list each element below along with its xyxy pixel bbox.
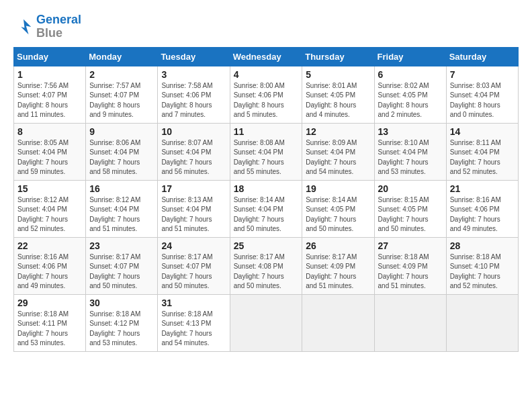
- day-number: 27: [378, 240, 443, 251]
- day-number: 11: [234, 126, 299, 137]
- calendar-week-3: 15Sunrise: 8:12 AMSunset: 4:04 PMDayligh…: [14, 180, 519, 237]
- day-cell-29: 29Sunrise: 8:18 AMSunset: 4:11 PMDayligh…: [14, 294, 86, 351]
- day-info: Sunrise: 7:56 AMSunset: 4:07 PMDaylight:…: [17, 81, 82, 120]
- day-info: Sunrise: 8:07 AMSunset: 4:04 PMDaylight:…: [161, 138, 226, 177]
- day-info: Sunrise: 8:14 AMSunset: 4:05 PMDaylight:…: [306, 195, 370, 234]
- day-info: Sunrise: 8:18 AMSunset: 4:09 PMDaylight:…: [378, 253, 443, 291]
- day-info: Sunrise: 8:16 AMSunset: 4:06 PMDaylight:…: [450, 195, 515, 234]
- day-number: 25: [234, 240, 299, 251]
- day-number: 28: [450, 240, 515, 251]
- day-number: 20: [378, 183, 443, 194]
- day-number: 13: [378, 126, 443, 137]
- day-info: Sunrise: 8:18 AMSunset: 4:13 PMDaylight:…: [161, 310, 226, 349]
- empty-cell: [230, 294, 302, 351]
- day-cell-2: 2Sunrise: 7:57 AMSunset: 4:07 PMDaylight…: [86, 66, 158, 123]
- day-number: 23: [89, 240, 154, 251]
- day-number: 10: [161, 126, 226, 137]
- day-info: Sunrise: 8:06 AMSunset: 4:04 PMDaylight:…: [89, 138, 154, 177]
- day-info: Sunrise: 8:18 AMSunset: 4:10 PMDaylight:…: [450, 253, 515, 291]
- day-info: Sunrise: 8:01 AMSunset: 4:05 PMDaylight:…: [306, 81, 370, 120]
- day-info: Sunrise: 8:15 AMSunset: 4:05 PMDaylight:…: [378, 195, 443, 234]
- day-info: Sunrise: 8:12 AMSunset: 4:04 PMDaylight:…: [17, 195, 82, 234]
- header-sunday: Sunday: [14, 47, 86, 66]
- empty-cell: [302, 294, 374, 351]
- day-cell-28: 28Sunrise: 8:18 AMSunset: 4:10 PMDayligh…: [446, 237, 518, 294]
- day-cell-30: 30Sunrise: 8:18 AMSunset: 4:12 PMDayligh…: [86, 294, 158, 351]
- calendar-week-1: 1Sunrise: 7:56 AMSunset: 4:07 PMDaylight…: [14, 66, 519, 123]
- calendar-table: SundayMondayTuesdayWednesdayThursdayFrid…: [13, 47, 519, 352]
- logo-text: GeneralBlue: [36, 13, 81, 40]
- day-info: Sunrise: 8:10 AMSunset: 4:04 PMDaylight:…: [378, 138, 443, 177]
- day-number: 30: [89, 298, 154, 308]
- day-number: 16: [89, 183, 154, 194]
- day-cell-8: 8Sunrise: 8:05 AMSunset: 4:04 PMDaylight…: [14, 123, 86, 180]
- day-number: 22: [17, 240, 82, 251]
- day-cell-9: 9Sunrise: 8:06 AMSunset: 4:04 PMDaylight…: [86, 123, 158, 180]
- svg-marker-0: [21, 19, 31, 35]
- page-header: GeneralBlue: [13, 13, 519, 40]
- empty-cell: [446, 294, 518, 351]
- calendar-week-2: 8Sunrise: 8:05 AMSunset: 4:04 PMDaylight…: [14, 123, 519, 180]
- day-cell-19: 19Sunrise: 8:14 AMSunset: 4:05 PMDayligh…: [302, 180, 374, 237]
- day-number: 17: [161, 183, 226, 194]
- day-cell-25: 25Sunrise: 8:17 AMSunset: 4:08 PMDayligh…: [230, 237, 302, 294]
- day-info: Sunrise: 8:05 AMSunset: 4:04 PMDaylight:…: [17, 138, 82, 177]
- day-number: 26: [306, 240, 370, 251]
- day-info: Sunrise: 8:00 AMSunset: 4:06 PMDaylight:…: [234, 81, 299, 120]
- day-number: 29: [17, 298, 82, 308]
- logo: GeneralBlue: [13, 13, 81, 40]
- day-cell-10: 10Sunrise: 8:07 AMSunset: 4:04 PMDayligh…: [158, 123, 230, 180]
- day-info: Sunrise: 8:18 AMSunset: 4:11 PMDaylight:…: [17, 310, 82, 349]
- day-cell-31: 31Sunrise: 8:18 AMSunset: 4:13 PMDayligh…: [158, 294, 230, 351]
- day-cell-24: 24Sunrise: 8:17 AMSunset: 4:07 PMDayligh…: [158, 237, 230, 294]
- day-number: 7: [450, 69, 515, 80]
- day-info: Sunrise: 7:57 AMSunset: 4:07 PMDaylight:…: [89, 81, 154, 120]
- day-number: 21: [450, 183, 515, 194]
- day-info: Sunrise: 8:17 AMSunset: 4:09 PMDaylight:…: [306, 253, 370, 291]
- header-wednesday: Wednesday: [230, 47, 302, 66]
- day-number: 9: [89, 126, 154, 137]
- day-cell-7: 7Sunrise: 8:03 AMSunset: 4:04 PMDaylight…: [446, 66, 518, 123]
- day-info: Sunrise: 8:08 AMSunset: 4:04 PMDaylight:…: [234, 138, 299, 177]
- day-cell-20: 20Sunrise: 8:15 AMSunset: 4:05 PMDayligh…: [374, 180, 446, 237]
- day-cell-27: 27Sunrise: 8:18 AMSunset: 4:09 PMDayligh…: [374, 237, 446, 294]
- day-cell-5: 5Sunrise: 8:01 AMSunset: 4:05 PMDaylight…: [302, 66, 374, 123]
- day-cell-11: 11Sunrise: 8:08 AMSunset: 4:04 PMDayligh…: [230, 123, 302, 180]
- day-number: 4: [234, 69, 299, 80]
- header-saturday: Saturday: [446, 47, 518, 66]
- day-number: 6: [378, 69, 443, 80]
- day-info: Sunrise: 8:12 AMSunset: 4:04 PMDaylight:…: [89, 195, 154, 234]
- day-info: Sunrise: 8:17 AMSunset: 4:07 PMDaylight:…: [161, 253, 226, 291]
- day-number: 12: [306, 126, 370, 137]
- header-tuesday: Tuesday: [158, 47, 230, 66]
- day-info: Sunrise: 8:14 AMSunset: 4:04 PMDaylight:…: [234, 195, 299, 234]
- day-cell-12: 12Sunrise: 8:09 AMSunset: 4:04 PMDayligh…: [302, 123, 374, 180]
- day-info: Sunrise: 8:13 AMSunset: 4:04 PMDaylight:…: [161, 195, 226, 234]
- day-cell-26: 26Sunrise: 8:17 AMSunset: 4:09 PMDayligh…: [302, 237, 374, 294]
- day-cell-22: 22Sunrise: 8:16 AMSunset: 4:06 PMDayligh…: [14, 237, 86, 294]
- day-cell-16: 16Sunrise: 8:12 AMSunset: 4:04 PMDayligh…: [86, 180, 158, 237]
- day-info: Sunrise: 8:09 AMSunset: 4:04 PMDaylight:…: [306, 138, 370, 177]
- day-info: Sunrise: 8:18 AMSunset: 4:12 PMDaylight:…: [89, 310, 154, 349]
- day-number: 18: [234, 183, 299, 194]
- day-cell-13: 13Sunrise: 8:10 AMSunset: 4:04 PMDayligh…: [374, 123, 446, 180]
- day-info: Sunrise: 8:02 AMSunset: 4:05 PMDaylight:…: [378, 81, 443, 120]
- day-number: 2: [89, 69, 154, 80]
- day-info: Sunrise: 8:17 AMSunset: 4:08 PMDaylight:…: [234, 253, 299, 291]
- logo-icon: [13, 17, 34, 37]
- day-number: 3: [161, 69, 226, 80]
- day-number: 5: [306, 69, 370, 80]
- header-friday: Friday: [374, 47, 446, 66]
- day-number: 15: [17, 183, 82, 194]
- day-cell-15: 15Sunrise: 8:12 AMSunset: 4:04 PMDayligh…: [14, 180, 86, 237]
- calendar-week-5: 29Sunrise: 8:18 AMSunset: 4:11 PMDayligh…: [14, 294, 519, 351]
- calendar-header-row: SundayMondayTuesdayWednesdayThursdayFrid…: [14, 47, 519, 66]
- day-cell-3: 3Sunrise: 7:58 AMSunset: 4:06 PMDaylight…: [158, 66, 230, 123]
- day-info: Sunrise: 8:03 AMSunset: 4:04 PMDaylight:…: [450, 81, 515, 120]
- day-cell-23: 23Sunrise: 8:17 AMSunset: 4:07 PMDayligh…: [86, 237, 158, 294]
- day-cell-4: 4Sunrise: 8:00 AMSunset: 4:06 PMDaylight…: [230, 66, 302, 123]
- day-info: Sunrise: 8:17 AMSunset: 4:07 PMDaylight:…: [89, 253, 154, 291]
- day-number: 31: [161, 298, 226, 308]
- calendar-week-4: 22Sunrise: 8:16 AMSunset: 4:06 PMDayligh…: [14, 237, 519, 294]
- day-number: 8: [17, 126, 82, 137]
